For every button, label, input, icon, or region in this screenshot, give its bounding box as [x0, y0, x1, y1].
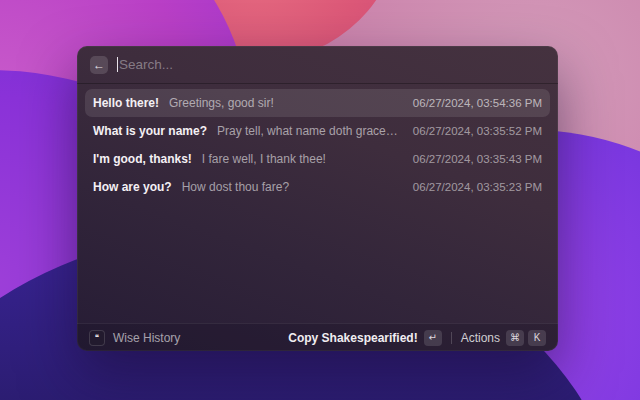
row-timestamp: 06/27/2024, 03:35:43 PM: [413, 153, 542, 165]
row-original-text: I'm good, thanks!: [93, 152, 192, 166]
search-bar: ←: [77, 46, 558, 84]
actions-button[interactable]: Actions ⌘ K: [461, 330, 546, 346]
back-button[interactable]: ←: [90, 56, 108, 74]
primary-action-label: Copy Shakespearified!: [288, 331, 417, 345]
actions-label: Actions: [461, 331, 500, 345]
desktop: ← Hello there! Greetings, good sir! 06/2…: [0, 0, 640, 400]
row-original-text: Hello there!: [93, 96, 159, 110]
back-arrow-icon: ←: [93, 59, 105, 71]
history-row[interactable]: Hello there! Greetings, good sir! 06/27/…: [85, 89, 550, 117]
row-timestamp: 06/27/2024, 03:35:52 PM: [413, 125, 542, 137]
row-original-text: How are you?: [93, 180, 172, 194]
command-key-icon: ⌘: [506, 330, 524, 346]
footer-divider: [451, 332, 452, 344]
quote-glyph: ❝: [95, 334, 99, 342]
history-row[interactable]: I'm good, thanks! I fare well, I thank t…: [85, 145, 550, 173]
k-key-icon: K: [528, 330, 546, 346]
row-shakespearified-text: I fare well, I thank thee!: [202, 152, 401, 166]
row-timestamp: 06/27/2024, 03:35:23 PM: [413, 181, 542, 193]
launcher-window: ← Hello there! Greetings, good sir! 06/2…: [77, 46, 558, 351]
quote-icon: ❝: [89, 330, 105, 346]
row-timestamp: 06/27/2024, 03:54:36 PM: [413, 97, 542, 109]
text-caret: [117, 57, 118, 72]
action-bar: ❝ Wise History Copy Shakespearified! ↵ A…: [77, 323, 558, 351]
footer-actions: Copy Shakespearified! ↵ Actions ⌘ K: [288, 330, 546, 346]
extension-name: Wise History: [113, 331, 180, 345]
row-shakespearified-text: Greetings, good sir!: [169, 96, 401, 110]
history-row[interactable]: How are you? How dost thou fare? 06/27/2…: [85, 173, 550, 201]
return-key-icon: ↵: [424, 330, 442, 346]
row-shakespearified-text: How dost thou fare?: [182, 180, 401, 194]
history-row[interactable]: What is your name? Pray tell, what name …: [85, 117, 550, 145]
search-input[interactable]: [119, 57, 545, 72]
row-shakespearified-text: Pray tell, what name doth grace thy lips…: [217, 124, 401, 138]
copy-shakespearified-button[interactable]: Copy Shakespearified! ↵: [288, 330, 441, 346]
history-list: Hello there! Greetings, good sir! 06/27/…: [77, 84, 558, 323]
row-original-text: What is your name?: [93, 124, 207, 138]
